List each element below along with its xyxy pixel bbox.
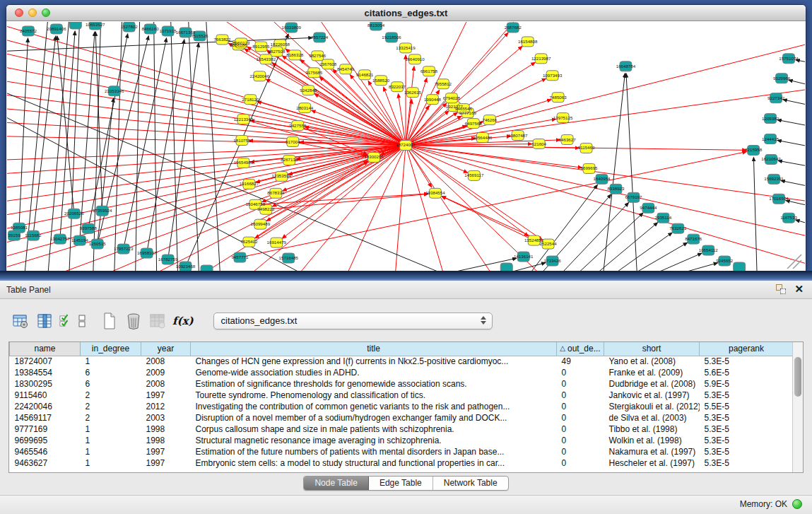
table-cell[interactable]: 22420046	[10, 401, 81, 412]
column-header-pagerank[interactable]: pagerank	[700, 342, 794, 356]
table-cell[interactable]: 5.3E-5	[700, 412, 794, 424]
column-header-name[interactable]: name	[10, 342, 81, 356]
table-options-button[interactable]	[11, 312, 30, 330]
table-cell[interactable]: 1997	[141, 390, 191, 401]
table-cell[interactable]: 0	[557, 367, 604, 378]
table-row[interactable]: 1456911722003Disruption of a novel membe…	[10, 412, 794, 424]
table-cell[interactable]: 1	[81, 446, 141, 457]
table-row[interactable]: 946362711997Embryonic stem cells: a mode…	[10, 457, 794, 469]
table-cell[interactable]: Nakamura et al. (1997)	[604, 446, 700, 457]
table-cell[interactable]: 5.9E-5	[700, 378, 794, 390]
table-cell[interactable]: 9115460	[10, 390, 81, 401]
table-cell[interactable]: 9777169	[10, 424, 81, 435]
table-cell[interactable]: 19384554	[10, 367, 81, 378]
table-cell[interactable]: 2008	[141, 356, 191, 367]
table-cell[interactable]: Stergiakouli et al. (2012)	[604, 401, 700, 412]
table-cell[interactable]: 2012	[141, 401, 191, 412]
tab-edge-table[interactable]: Edge Table	[369, 477, 433, 490]
graph-node[interactable]	[69, 22, 81, 29]
table-cell[interactable]: 2	[81, 412, 141, 424]
table-cell[interactable]: 1	[81, 356, 141, 367]
table-cell[interactable]: Corpus callosum shape and size in male p…	[191, 424, 557, 435]
table-cell[interactable]: 1998	[141, 424, 191, 435]
table-cell[interactable]: 5.6E-5	[700, 367, 794, 378]
table-row[interactable]: 911546021997Tourette syndrome. Phenomeno…	[10, 390, 794, 401]
table-cell[interactable]: 0	[557, 435, 604, 446]
table-cell[interactable]: 49	[557, 356, 604, 367]
table-cell[interactable]: Estimation of the future numbers of pati…	[191, 446, 557, 457]
table-cell[interactable]: 5.3E-5	[700, 356, 794, 367]
tab-node-table[interactable]: Node Table	[304, 477, 369, 490]
table-row[interactable]: 969969511998Structural magnetic resonanc…	[10, 435, 794, 446]
table-cell[interactable]: Structural magnetic resonance image aver…	[191, 435, 557, 446]
show-columns-button[interactable]	[35, 312, 54, 330]
column-header-year[interactable]: year	[141, 342, 191, 356]
column-header-in-degree[interactable]: in_degree	[81, 342, 141, 356]
table-cell[interactable]: 0	[557, 378, 604, 390]
table-row[interactable]: 1872400712008Changes of HCN gene express…	[10, 356, 794, 367]
table-vertical-scrollbar[interactable]	[792, 342, 803, 472]
table-cell[interactable]: Disruption of a novel member of a sodium…	[191, 412, 557, 424]
table-cell[interactable]: 2	[81, 401, 141, 412]
table-cell[interactable]: 2008	[141, 378, 191, 390]
column-header-out-de-[interactable]: △out_de...	[557, 342, 604, 356]
table-cell[interactable]: 5.3E-5	[700, 435, 794, 446]
table-cell[interactable]: Wolkin et al. (1998)	[604, 435, 700, 446]
table-cell[interactable]: 5.3E-5	[700, 390, 794, 401]
table-cell[interactable]: 9699695	[10, 435, 81, 446]
table-cell[interactable]: 9463627	[10, 457, 81, 469]
table-cell[interactable]: 5.3E-5	[700, 424, 794, 435]
table-cell[interactable]: 0	[557, 412, 604, 424]
table-row[interactable]: 2242004622012Investigating the contribut…	[10, 401, 794, 412]
table-row[interactable]: 1830029562008Estimation of significance …	[10, 378, 794, 390]
table-cell[interactable]: 1	[81, 435, 141, 446]
table-row[interactable]: 946554611997Estimation of the future num…	[10, 446, 794, 457]
table-cell[interactable]: de Silva et al. (2003)	[604, 412, 700, 424]
table-cell[interactable]: 6	[81, 367, 141, 378]
table-cell[interactable]: Investigating the contribution of common…	[191, 401, 557, 412]
import-table-button[interactable]	[148, 312, 167, 330]
table-cell[interactable]: 18724007	[10, 356, 81, 367]
table-cell[interactable]: 0	[557, 446, 604, 457]
table-cell[interactable]: 0	[557, 424, 604, 435]
table-cell[interactable]: Jankovic et al. (1997)	[604, 390, 700, 401]
table-cell[interactable]: Tibbo et al. (1998)	[604, 424, 700, 435]
delete-column-button[interactable]	[124, 312, 143, 330]
table-cell[interactable]: 0	[557, 457, 604, 469]
scrollbar-thumb[interactable]	[794, 357, 801, 397]
table-cell[interactable]: 1997	[141, 446, 191, 457]
table-cell[interactable]: 2003	[141, 412, 191, 424]
column-header-title[interactable]: title	[191, 342, 557, 356]
float-panel-icon[interactable]	[776, 284, 786, 294]
column-header-short[interactable]: short	[604, 342, 700, 356]
table-cell[interactable]: Tourette syndrome. Phenomenology and cla…	[191, 390, 557, 401]
table-cell[interactable]: Hescheler et al. (1997)	[604, 457, 700, 469]
table-cell[interactable]: Estimation of significance thresholds fo…	[191, 378, 557, 390]
select-attributes-button[interactable]	[59, 312, 71, 330]
table-cell[interactable]: Changes of HCN gene expression and I(f) …	[191, 356, 557, 367]
table-cell[interactable]: 14569117	[10, 412, 81, 424]
graph-node[interactable]	[500, 263, 512, 271]
row-options-button[interactable]	[76, 312, 88, 330]
graph-node[interactable]	[734, 262, 746, 271]
table-cell[interactable]: 5.5E-5	[700, 401, 794, 412]
table-cell[interactable]: Franke et al. (2009)	[604, 367, 700, 378]
table-cell[interactable]: 2	[81, 390, 141, 401]
table-row[interactable]: 1938455462009Genome-wide association stu…	[10, 367, 794, 378]
table-cell[interactable]: 2009	[141, 367, 191, 378]
network-window-titlebar[interactable]: citations_edges.txt	[6, 5, 806, 21]
table-cell[interactable]: Yano et al. (2008)	[604, 356, 700, 367]
network-canvas[interactable]: 2405572208914061065352715278028466160107…	[7, 22, 805, 271]
function-builder-button[interactable]: f(x)	[172, 312, 204, 330]
table-cell[interactable]: 1	[81, 457, 141, 469]
close-panel-icon[interactable]: ✕	[794, 284, 804, 294]
table-cell[interactable]: Embryonic stem cells: a model to study s…	[191, 457, 557, 469]
table-selector-dropdown[interactable]: citations_edges.txt	[213, 313, 493, 329]
table-cell[interactable]: 5.3E-5	[700, 457, 794, 469]
tab-network-table[interactable]: Network Table	[433, 477, 508, 490]
new-column-button[interactable]	[100, 312, 119, 330]
table-cell[interactable]: 0	[557, 390, 604, 401]
table-cell[interactable]: 6	[81, 378, 141, 390]
table-cell[interactable]: 9465546	[10, 446, 81, 457]
graph-node[interactable]	[201, 265, 213, 271]
